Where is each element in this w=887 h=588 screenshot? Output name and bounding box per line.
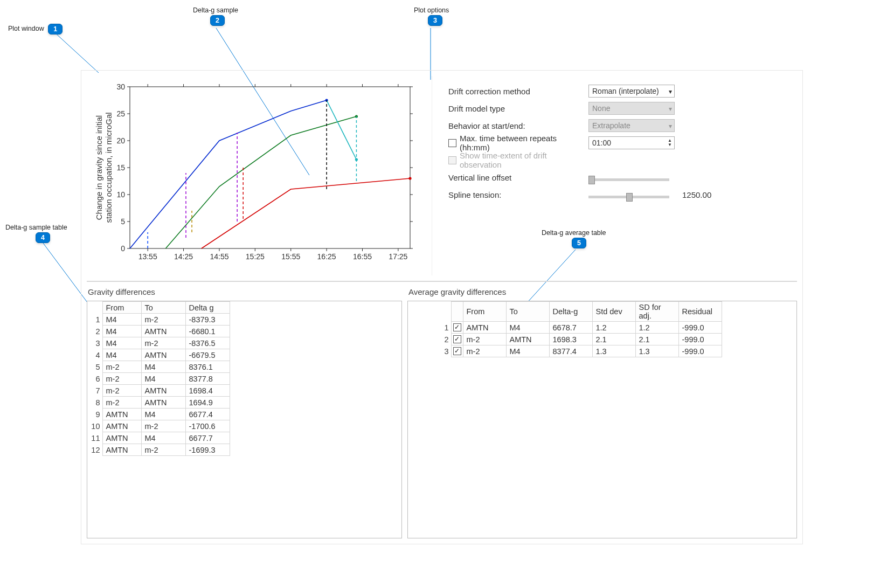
- gravity-diff-table: FromToDelta g 1M4m-2-8379.32M4AMTN-6680.…: [87, 301, 230, 456]
- row-include-checkbox[interactable]: [453, 335, 461, 343]
- callout-plot-window: Plot window 1: [8, 24, 63, 34]
- table-cell: 8376.1: [185, 361, 230, 373]
- table-row[interactable]: 11AMTNM46677.7: [87, 432, 230, 444]
- table-row[interactable]: 9AMTNM46677.4: [87, 409, 230, 420]
- row-number: 2: [87, 326, 102, 337]
- callout-plot-options: Plot options 3: [414, 6, 449, 26]
- table-header: From: [463, 302, 506, 322]
- table-cell: AMTN: [141, 349, 185, 361]
- table-cell: 1.2: [592, 322, 635, 334]
- row-include-checkbox[interactable]: [453, 323, 461, 331]
- table-cell: M4: [141, 361, 185, 373]
- table-cell: M4: [141, 373, 185, 385]
- svg-text:20: 20: [116, 136, 125, 145]
- spline-label: Spline tension:: [448, 190, 588, 199]
- row-number: 8: [87, 397, 102, 409]
- drift-chart: 05101520253013:5514:2514:5515:2515:5516:…: [87, 76, 421, 270]
- svg-text:15:55: 15:55: [281, 252, 300, 261]
- row-number: 7: [87, 385, 102, 397]
- spline-value: 1250.00: [682, 190, 711, 199]
- max-time-value: 01:00: [592, 139, 611, 147]
- table-header: Delta g: [185, 302, 230, 314]
- table-row[interactable]: 2M4AMTN-6680.1: [87, 326, 230, 337]
- table-row[interactable]: 1M4m-2-8379.3: [87, 314, 230, 326]
- slider-thumb[interactable]: [626, 193, 633, 202]
- svg-text:14:55: 14:55: [210, 252, 228, 261]
- drift-model-label: Drift model type: [448, 104, 588, 113]
- plot-window: 05101520253013:5514:2514:5515:2515:5516:…: [87, 76, 421, 275]
- table-cell: AMTN: [141, 397, 185, 409]
- table-cell: -6680.1: [185, 326, 230, 337]
- drift-method-value: Roman (interpolate): [592, 87, 659, 95]
- table-cell: AMTN: [141, 326, 185, 337]
- table-cell: -1700.6: [185, 420, 230, 432]
- behavior-value: Extrapolate: [592, 121, 630, 130]
- table-cell: 8377.4: [549, 345, 592, 357]
- table-cell: m-2: [141, 420, 185, 432]
- table-cell: 1694.9: [185, 397, 230, 409]
- table-row[interactable]: 6m-2M48377.8: [87, 373, 230, 385]
- drift-method-select[interactable]: Roman (interpolate): [588, 85, 675, 98]
- svg-rect-5: [130, 87, 410, 248]
- table-cell: AMTN: [102, 432, 141, 444]
- avg-diff-table: FromToDelta-gStd devSD for adj.Residual …: [408, 301, 722, 357]
- table-row[interactable]: 7m-2AMTN1698.4: [87, 385, 230, 397]
- callout-delta-g-sample-table: Delta-g sample table 4: [5, 224, 67, 243]
- upper-area: 05101520253013:5514:2514:5515:2515:5516:…: [87, 76, 797, 275]
- svg-text:30: 30: [116, 82, 125, 91]
- table-header: Residual: [678, 302, 722, 322]
- callout-badge-1: 1: [48, 24, 63, 34]
- table-cell: -8376.5: [185, 337, 230, 349]
- table-cell: 1698.3: [549, 334, 592, 345]
- table-cell: 8377.8: [185, 373, 230, 385]
- chevron-down-icon: [669, 121, 672, 130]
- table-cell: M4: [102, 314, 141, 326]
- table-cell: M4: [141, 409, 185, 420]
- callout-badge-2: 2: [210, 15, 225, 26]
- table-cell: M4: [506, 345, 549, 357]
- svg-text:station occupation, in microGa: station occupation, in microGal: [104, 112, 113, 223]
- table-row[interactable]: 3m-2M48377.41.31.3-999.0: [408, 345, 722, 357]
- table-header: From: [102, 302, 141, 314]
- table-row[interactable]: 12AMTNm-2-1699.3: [87, 444, 230, 456]
- table-row[interactable]: 2m-2AMTN1698.32.12.1-999.0: [408, 334, 722, 345]
- row-number: 12: [87, 444, 102, 456]
- main-panel: 05101520253013:5514:2514:5515:2515:5516:…: [81, 70, 803, 544]
- svg-text:16:55: 16:55: [353, 252, 372, 261]
- table-row[interactable]: 4M4AMTN-6679.5: [87, 349, 230, 361]
- row-number: 10: [87, 420, 102, 432]
- svg-text:15: 15: [116, 163, 125, 172]
- svg-text:13:55: 13:55: [138, 252, 157, 261]
- max-time-checkbox[interactable]: [448, 139, 456, 147]
- table-row[interactable]: 5m-2M48376.1: [87, 361, 230, 373]
- table-row[interactable]: 3M4m-2-8376.5: [87, 337, 230, 349]
- table-cell: -1699.3: [185, 444, 230, 456]
- callout-label: Plot window: [8, 25, 44, 32]
- row-include-checkbox[interactable]: [453, 347, 461, 355]
- table-row[interactable]: 1AMTNM46678.71.21.2-999.0: [408, 322, 722, 334]
- table-row[interactable]: 10AMTNm-2-1700.6: [87, 420, 230, 432]
- row-number: 9: [87, 409, 102, 420]
- avg-diff-section: Average gravity differences FromToDelta-…: [407, 285, 797, 538]
- table-header: To: [141, 302, 185, 314]
- table-cell: 6677.4: [185, 409, 230, 420]
- table-cell: AMTN: [102, 444, 141, 456]
- behavior-label: Behavior at start/end:: [448, 121, 588, 130]
- table-row[interactable]: 8m-2AMTN1694.9: [87, 397, 230, 409]
- table-header: SD for adj.: [635, 302, 678, 322]
- svg-text:0: 0: [121, 244, 125, 253]
- table-cell: AMTN: [102, 409, 141, 420]
- svg-text:17:25: 17:25: [389, 252, 407, 261]
- slider-thumb[interactable]: [588, 176, 595, 184]
- table-cell: m-2: [141, 444, 185, 456]
- table-cell: -6679.5: [185, 349, 230, 361]
- callout-label: Plot options: [414, 6, 449, 14]
- table-cell: AMTN: [102, 420, 141, 432]
- v-offset-slider[interactable]: [588, 178, 669, 181]
- svg-text:16:25: 16:25: [317, 252, 336, 261]
- spline-slider[interactable]: [588, 196, 669, 198]
- row-number: 11: [87, 432, 102, 444]
- max-time-spinner[interactable]: 01:00 ▲▼: [588, 136, 675, 149]
- max-time-label: Max. time between repeats (hh:mm): [460, 134, 588, 152]
- drift-model-value: None: [592, 104, 610, 113]
